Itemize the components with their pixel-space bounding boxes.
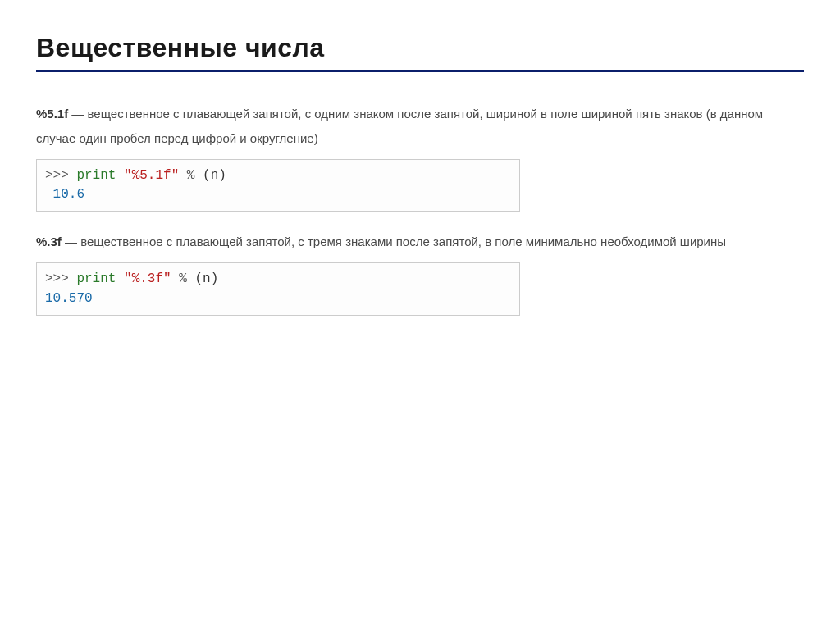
code2-output: 10.570 [45,291,93,306]
section1-format-code: %5.1f [36,107,68,121]
code1-space3 [194,168,203,183]
code2-print-keyword: print [76,271,116,286]
code1-prompt: >>> [45,168,76,183]
section2-description-text: — вещественное с плавающей запятой, с тр… [62,235,726,248]
page-title: Вещественные числа [36,33,804,63]
code1-space [116,168,124,183]
code2-space2 [171,271,180,286]
code2-prompt: >>> [45,271,76,286]
section1-description: %5.1f — вещественное с плавающей запятой… [36,102,804,151]
code1-space2 [179,168,187,183]
code1-output: 10.6 [45,187,84,202]
section2-format-code: %.3f [36,235,62,248]
code1-args: (n) [203,168,226,183]
code2-space [116,271,124,286]
slide-container: Вещественные числа %5.1f — вещественное … [0,0,840,367]
code2-operator: % [179,271,187,286]
code1-string-literal: "%5.1f" [124,168,179,183]
section1-description-text: — вещественное с плавающей запятой, с од… [36,107,763,145]
code2-args: (n) [194,271,218,286]
code1-print-keyword: print [76,168,116,183]
section2-description: %.3f — вещественное с плавающей запятой,… [36,230,804,254]
code-block-2: >>> print "%.3f" % (n) 10.570 [36,262,520,315]
code2-string-literal: "%.3f" [124,271,171,286]
code-block-1: >>> print "%5.1f" % (n) 10.6 [36,159,520,212]
title-divider [36,70,804,72]
